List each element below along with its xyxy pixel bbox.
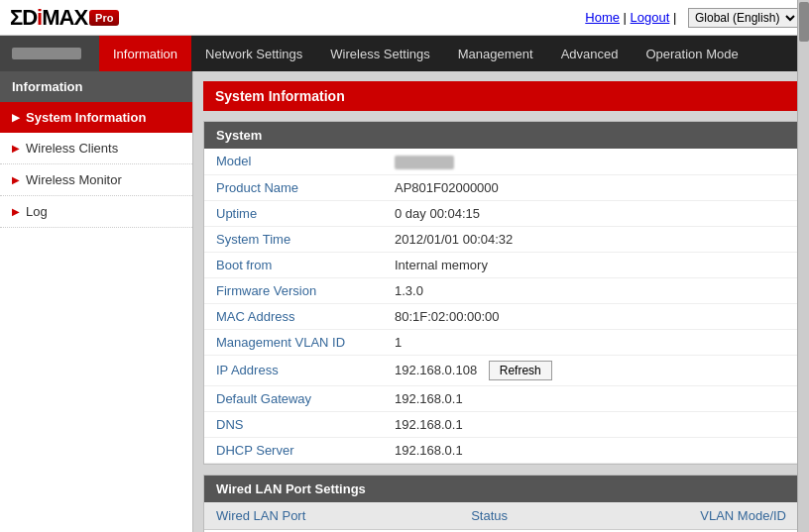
table-row: System Time 2012/01/01 00:04:32 (204, 226, 798, 252)
sidebar-item-wireless-monitor[interactable]: Wireless Monitor (0, 164, 192, 196)
logo-text: ΣDiMAX (10, 5, 87, 31)
col-header-vlan: VLAN Mode/ID (631, 502, 798, 530)
wired-lan-table: Wired LAN Port Status VLAN Mode/ID LAN1 … (204, 502, 798, 532)
field-value-dhcp: 192.168.0.1 (383, 437, 798, 463)
scroll-thumb (799, 2, 809, 42)
nav-item-wireless-settings[interactable]: Wireless Settings (316, 36, 443, 71)
table-row: IP Address 192.168.0.108 Refresh (204, 355, 798, 385)
field-value-boot-from: Internal memory (383, 252, 798, 277)
table-row: Model (204, 149, 798, 174)
field-value-mac: 80:1F:02:00:00:00 (383, 303, 798, 329)
field-label-firmware: Firmware Version (204, 277, 383, 303)
field-label-uptime: Uptime (204, 200, 383, 226)
field-label-dns: DNS (204, 411, 383, 437)
content-area: System Information System Model Product … (193, 71, 809, 532)
sidebar-item-log[interactable]: Log (0, 196, 192, 228)
field-label-product-name: Product Name (204, 174, 383, 200)
main-layout: Information System Information Wireless … (0, 71, 809, 532)
nav-item-management[interactable]: Management (444, 36, 547, 71)
table-row: Firmware Version 1.3.0 (204, 277, 798, 303)
field-value-firmware: 1.3.0 (383, 277, 798, 303)
field-label-boot-from: Boot from (204, 252, 383, 277)
language-select[interactable]: Global (English) (688, 8, 799, 28)
field-value-product-name: AP801F02000000 (383, 174, 798, 200)
logout-link[interactable]: Logout (631, 10, 670, 25)
logo-area: ΣDiMAX Pro (10, 5, 119, 31)
field-label-system-time: System Time (204, 226, 383, 252)
section-title: System Information (203, 81, 799, 111)
wired-lan-box: Wired LAN Port Settings Wired LAN Port S… (203, 475, 799, 532)
table-row: DNS 192.168.0.1 (204, 411, 798, 437)
field-value-model (383, 149, 798, 174)
table-row: Boot from Internal memory (204, 252, 798, 277)
table-row: Uptime 0 day 00:04:15 (204, 200, 798, 226)
home-link[interactable]: Home (585, 10, 620, 25)
sidebar: Information System Information Wireless … (0, 71, 193, 532)
system-box-header: System (204, 122, 798, 149)
system-info-box: System Model Product Name AP801F02000000 (203, 121, 799, 465)
top-bar: ΣDiMAX Pro Home | Logout | Global (Engli… (0, 0, 809, 36)
nav-item-network-settings[interactable]: Network Settings (191, 36, 316, 71)
logo-pro: Pro (89, 10, 119, 26)
sidebar-header: Information (0, 71, 192, 102)
field-value-gateway: 192.168.0.1 (383, 385, 798, 411)
table-header-row: Wired LAN Port Status VLAN Mode/ID (204, 502, 798, 530)
table-row: Product Name AP801F02000000 (204, 174, 798, 200)
field-label-dhcp: DHCP Server (204, 437, 383, 463)
field-label-model: Model (204, 149, 383, 174)
sidebar-item-wireless-clients[interactable]: Wireless Clients (0, 133, 192, 164)
table-row: DHCP Server 192.168.0.1 (204, 437, 798, 463)
table-row: Management VLAN ID 1 (204, 329, 798, 355)
field-label-vlan-id: Management VLAN ID (204, 329, 383, 355)
nav-bar: Information Network Settings Wireless Se… (0, 36, 809, 71)
field-value-vlan-id: 1 (383, 329, 798, 355)
field-value-dns: 192.168.0.1 (383, 411, 798, 437)
wired-lan-box-header: Wired LAN Port Settings (204, 476, 798, 502)
device-label (0, 36, 99, 71)
nav-item-advanced[interactable]: Advanced (547, 36, 633, 71)
nav-item-operation-mode[interactable]: Operation Mode (632, 36, 751, 71)
nav-item-information[interactable]: Information (99, 36, 191, 71)
table-row: MAC Address 80:1F:02:00:00:00 (204, 303, 798, 329)
scrollbar[interactable] (797, 0, 809, 532)
sidebar-item-system-information[interactable]: System Information (0, 102, 192, 133)
table-row: Default Gateway 192.168.0.1 (204, 385, 798, 411)
refresh-button[interactable]: Refresh (489, 361, 552, 380)
col-header-status: Status (348, 502, 632, 530)
field-value-ip: 192.168.0.108 Refresh (383, 355, 798, 385)
field-label-gateway: Default Gateway (204, 385, 383, 411)
system-info-table: Model Product Name AP801F02000000 Uptime… (204, 149, 798, 464)
model-blurred (395, 156, 454, 169)
field-label-mac: MAC Address (204, 303, 383, 329)
field-label-ip: IP Address (204, 355, 383, 385)
field-value-system-time: 2012/01/01 00:04:32 (383, 226, 798, 252)
top-links-area: Home | Logout | Global (English) (585, 8, 799, 28)
field-value-uptime: 0 day 00:04:15 (383, 200, 798, 226)
col-header-port: Wired LAN Port (204, 502, 348, 530)
